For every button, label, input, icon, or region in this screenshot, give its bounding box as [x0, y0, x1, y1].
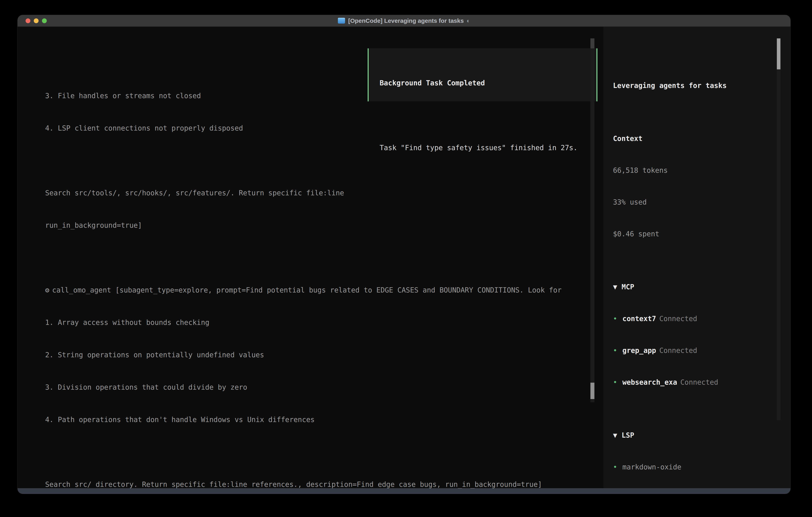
opencode-window: [OpenCode] Leveraging agents for tasks ◐…: [18, 15, 790, 494]
mcp-item: •grep_appConnected: [613, 345, 777, 356]
traffic-lights: [18, 15, 47, 26]
chat-line: run_in_background=true]: [45, 220, 603, 231]
lsp-section-header[interactable]: ▼LSP: [613, 430, 777, 441]
chevron-down-icon: ▼: [613, 283, 617, 291]
close-button[interactable]: [26, 19, 30, 23]
mcp-section-header[interactable]: ▼MCP: [613, 282, 777, 292]
zoom-button[interactable]: [42, 19, 47, 23]
bullet-icon: •: [613, 347, 617, 354]
bullet-icon: •: [613, 315, 617, 323]
tool-call-text: call_omo_agent [subagent_type=explore, p…: [52, 286, 562, 294]
sidebar-scrollbar-thumb[interactable]: [777, 38, 780, 70]
chevron-down-icon: ▼: [613, 431, 617, 439]
chat-blank-line: [45, 446, 603, 457]
gear-icon: ⚙: [45, 286, 49, 294]
desktop: { "window": { "title": "[OpenCode] Lever…: [0, 0, 812, 517]
mcp-item: •context7Connected: [613, 314, 777, 324]
mcp-item: •websearch_exaConnected: [613, 377, 777, 388]
chat-pane: 3. File handles or streams not closed 4.…: [18, 27, 603, 488]
chat-scrollbar-thumb-top[interactable]: [590, 38, 594, 48]
chat-line: Search src/ directory. Return specific f…: [45, 479, 603, 490]
toast-title: Background Task Completed: [380, 78, 597, 88]
context-spent: $0.46 spent: [613, 229, 777, 239]
chat-blank-line: [45, 252, 603, 263]
minimize-button[interactable]: [34, 19, 38, 23]
title-bar[interactable]: [OpenCode] Leveraging agents for tasks ◐: [18, 15, 790, 27]
bullet-icon: •: [613, 378, 617, 386]
chat-line: 3. Division operations that could divide…: [45, 382, 603, 393]
context-tokens: 66,518 tokens: [613, 165, 777, 176]
half-circle-icon: ◐: [467, 18, 470, 24]
chat-scrollbar-thumb-bottom[interactable]: [590, 383, 594, 399]
context-used: 33% used: [613, 197, 777, 208]
tool-call-line: ⚙call_omo_agent [subagent_type=explore, …: [45, 285, 603, 296]
session-sidebar: Leveraging agents for tasks Context 66,5…: [603, 27, 790, 488]
sidebar-scrollbar[interactable]: [777, 38, 780, 420]
window-title: [OpenCode] Leveraging agents for tasks: [348, 18, 464, 24]
toast-body: Task "Find type safety issues" finished …: [380, 142, 597, 153]
bullet-icon: •: [613, 463, 617, 471]
context-heading: Context: [613, 133, 777, 144]
folder-icon: [338, 18, 345, 24]
window-title-group: [OpenCode] Leveraging agents for tasks ◐: [338, 18, 470, 24]
lsp-item: •markdown-oxide: [613, 462, 777, 472]
chat-line: 2. String operations on potentially unde…: [45, 350, 603, 360]
session-title: Leveraging agents for tasks: [613, 80, 777, 91]
chat-line: 1. Array access without bounds checking: [45, 317, 603, 328]
toast-notification[interactable]: Background Task Completed Task "Find typ…: [368, 48, 598, 101]
chat-line: 4. Path operations that don't handle Win…: [45, 414, 603, 425]
chat-line: Search src/tools/, src/hooks/, src/featu…: [45, 188, 603, 198]
chat-scrollbar[interactable]: [590, 38, 594, 402]
